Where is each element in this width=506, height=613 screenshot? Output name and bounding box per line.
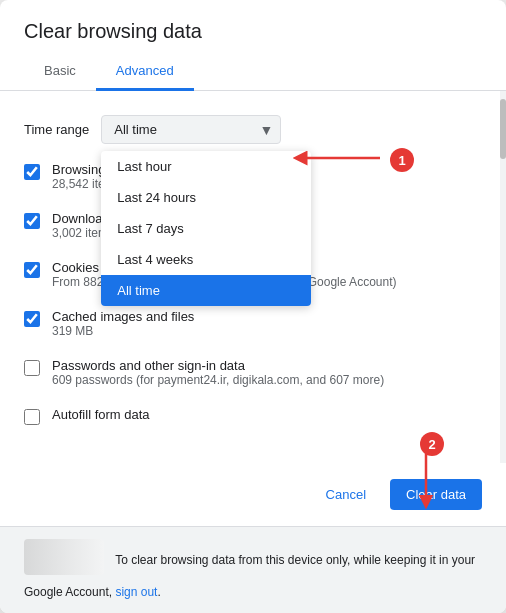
dropdown-option-last-4-weeks[interactable]: Last 4 weeks — [101, 244, 311, 275]
checkbox-cookies[interactable] — [24, 262, 40, 278]
time-range-label: Time range — [24, 122, 89, 137]
time-range-select[interactable]: All time ▼ — [101, 115, 281, 144]
scrollbar-thumb[interactable] — [500, 99, 506, 159]
sign-out-link[interactable]: sign out — [115, 585, 157, 599]
checkbox-autofill[interactable] — [24, 409, 40, 425]
time-range-dropdown: Last hour Last 24 hours Last 7 days Last… — [101, 151, 311, 306]
checkbox-download-history[interactable] — [24, 213, 40, 229]
annotation-badge-2: 2 — [420, 432, 444, 456]
checkbox-cached-images[interactable] — [24, 311, 40, 327]
dropdown-option-last-7-days[interactable]: Last 7 days — [101, 213, 311, 244]
desc-cached-images: 319 MB — [52, 324, 194, 338]
desc-passwords: 609 passwords (for payment24.ir, digikal… — [52, 373, 384, 387]
dialog: Clear browsing data Basic Advanced Time … — [0, 0, 506, 613]
label-autofill: Autofill form data — [52, 407, 150, 422]
checkbox-row-autofill: Autofill form data — [24, 397, 482, 435]
annotation-badge-1: 1 — [390, 148, 414, 172]
annotation-arrow-2 — [406, 452, 446, 512]
footer-period: . — [157, 585, 160, 599]
tabs: Basic Advanced — [0, 53, 506, 91]
scrollbar-track[interactable] — [500, 91, 506, 463]
dropdown-option-last-hour[interactable]: Last hour — [101, 151, 311, 182]
label-cached-images: Cached images and files — [52, 309, 194, 324]
footer-preview-image — [24, 539, 104, 575]
checkbox-row-passwords: Passwords and other sign-in data 609 pas… — [24, 348, 482, 397]
tab-advanced[interactable]: Advanced — [96, 53, 194, 91]
annotation-arrow-1 — [290, 138, 390, 178]
time-range-select-wrapper: All time ▼ Last hour Last 24 hours Last … — [101, 115, 281, 144]
content-area: Time range All time ▼ Last hour Last 24 … — [0, 91, 506, 463]
badge-1: 1 — [390, 148, 414, 172]
cancel-button[interactable]: Cancel — [310, 479, 382, 510]
checkbox-browsing-history[interactable] — [24, 164, 40, 180]
dropdown-option-all-time[interactable]: All time — [101, 275, 311, 306]
dialog-title: Clear browsing data — [0, 0, 506, 53]
label-passwords: Passwords and other sign-in data — [52, 358, 384, 373]
checkbox-row-cached: Cached images and files 319 MB — [24, 299, 482, 348]
dropdown-option-last-24-hours[interactable]: Last 24 hours — [101, 182, 311, 213]
footer: To clear browsing data from this device … — [0, 526, 506, 613]
dropdown-arrow-icon: ▼ — [259, 122, 273, 138]
checkbox-passwords[interactable] — [24, 360, 40, 376]
time-range-selected-value: All time — [114, 122, 157, 137]
tab-basic[interactable]: Basic — [24, 53, 96, 91]
